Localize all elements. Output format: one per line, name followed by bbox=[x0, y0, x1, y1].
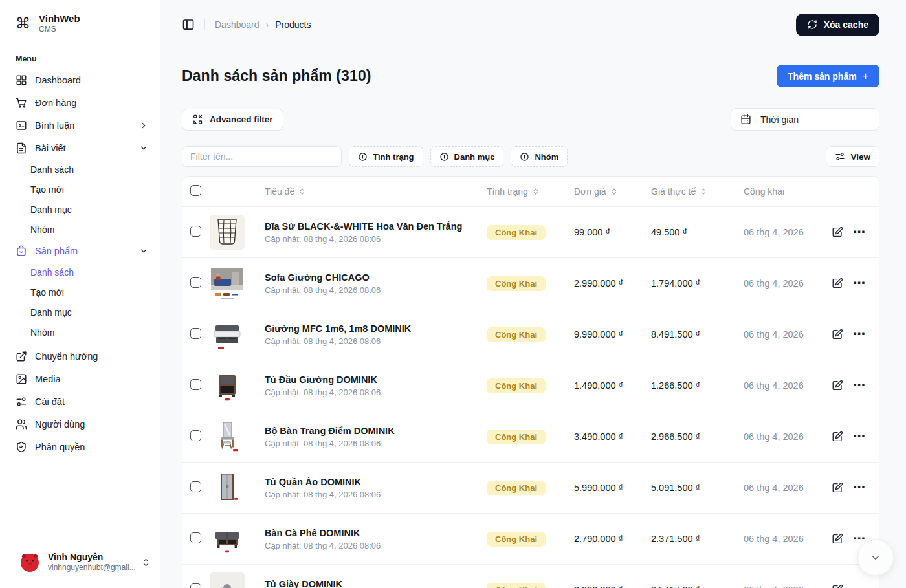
status-badge: Công Khai bbox=[487, 430, 546, 444]
group-filter-button[interactable]: Nhóm bbox=[511, 146, 568, 167]
product-title[interactable]: Tủ Quần Áo DOMINIK bbox=[265, 477, 487, 487]
edit-icon[interactable] bbox=[832, 431, 843, 442]
row-menu-icon[interactable]: ⋯ bbox=[853, 228, 866, 235]
user-menu[interactable]: Vinh Nguyễn vinhnguyenhubt@gmail... bbox=[0, 545, 160, 579]
header-unit-price[interactable]: Đơn giá bbox=[574, 186, 651, 197]
product-thumbnail-sofa bbox=[210, 266, 245, 301]
row-checkbox[interactable] bbox=[190, 277, 201, 288]
table-header-row: Tiêu đề Tình trạng Đơn giá Giá thực tế C… bbox=[182, 177, 879, 207]
advanced-filter-button[interactable]: Advanced filter bbox=[182, 109, 283, 131]
sidebar-item-comments[interactable]: Bình luận bbox=[0, 114, 160, 136]
divider bbox=[204, 19, 205, 30]
refresh-icon bbox=[807, 19, 817, 30]
avatar bbox=[18, 550, 41, 574]
product-title[interactable]: Giường MFC 1m6, 1m8 DOMINIK bbox=[265, 323, 487, 334]
public-date: 06 thg 4, 2026 bbox=[744, 431, 832, 442]
row-checkbox[interactable] bbox=[190, 379, 201, 390]
clear-cache-button[interactable]: Xóa cache bbox=[796, 14, 879, 36]
status-badge: Công Khai bbox=[487, 327, 546, 342]
actual-price: 1.794.000 ₫ bbox=[651, 278, 744, 289]
view-button[interactable]: View bbox=[826, 146, 879, 167]
status-badge: Công Khai bbox=[487, 276, 546, 291]
sidebar-item-media[interactable]: Media bbox=[0, 367, 160, 390]
chevron-down-icon bbox=[870, 552, 881, 563]
add-product-button[interactable]: Thêm sản phẩm + bbox=[777, 65, 879, 87]
sidebar-item-permissions[interactable]: Phân quyền bbox=[0, 435, 160, 458]
header-title[interactable]: Tiêu đề bbox=[265, 186, 487, 197]
row-checkbox[interactable] bbox=[190, 532, 201, 543]
sidebar-item-products[interactable]: Sản phẩm bbox=[0, 239, 160, 262]
main-content: Dashboard › Products Xóa cache Danh sách… bbox=[160, 0, 906, 588]
product-title[interactable]: Đĩa Sứ BLACK-&-WHITE Hoa Văn Đen Trắng bbox=[265, 221, 487, 232]
sidebar-subitem-products-list[interactable]: Danh sách bbox=[27, 262, 160, 282]
sidebar-subitem-products-categories[interactable]: Danh mục bbox=[27, 302, 160, 322]
public-date: 06 thg 4, 2026 bbox=[744, 278, 832, 289]
sidebar-item-dashboard[interactable]: Dashboard bbox=[0, 69, 160, 91]
edit-icon[interactable] bbox=[832, 533, 843, 545]
breadcrumb-dashboard[interactable]: Dashboard bbox=[215, 19, 260, 30]
row-menu-icon[interactable]: ⋯ bbox=[853, 535, 866, 542]
sidebar-subitem-posts-create[interactable]: Tạo mới bbox=[27, 179, 160, 199]
subitem-label: Tạo mới bbox=[30, 184, 64, 195]
edit-icon[interactable] bbox=[832, 482, 843, 494]
row-menu-icon[interactable]: ⋯ bbox=[853, 484, 866, 491]
sidebar-item-label: Bài viết bbox=[35, 143, 131, 153]
sidebar-subitem-products-groups[interactable]: Nhóm bbox=[27, 322, 160, 342]
sidebar-subitem-products-create[interactable]: Tạo mới bbox=[27, 282, 160, 302]
row-checkbox[interactable] bbox=[190, 328, 201, 339]
sidebar-item-label: Cài đặt bbox=[35, 397, 148, 407]
row-checkbox[interactable] bbox=[190, 430, 201, 441]
category-filter-button[interactable]: Danh mục bbox=[430, 146, 504, 167]
sidebar-item-redirects[interactable]: Chuyển hướng bbox=[0, 345, 160, 367]
advanced-filter-label: Advanced filter bbox=[210, 114, 273, 124]
product-title[interactable]: Tủ Giày DOMINIK bbox=[265, 579, 487, 588]
time-filter-button[interactable]: Thời gian bbox=[731, 108, 879, 131]
actual-price: 2.371.500 ₫ bbox=[651, 534, 744, 544]
sidebar-item-label: Người dùng bbox=[35, 419, 148, 430]
row-checkbox[interactable] bbox=[190, 583, 201, 588]
unit-price: 9.990.000 ₫ bbox=[574, 329, 651, 340]
row-checkbox[interactable] bbox=[190, 481, 201, 492]
status-filter-button[interactable]: Tình trạng bbox=[349, 146, 423, 167]
row-checkbox[interactable] bbox=[190, 226, 201, 237]
filter-name-input[interactable] bbox=[182, 146, 342, 167]
sidebar-item-posts[interactable]: Bài viết bbox=[0, 136, 160, 159]
brand[interactable]: ⌘ VinhWeb CMS bbox=[0, 12, 160, 39]
product-thumbnail-nightstand bbox=[210, 368, 245, 403]
header-actual-price[interactable]: Giá thực tế bbox=[651, 186, 744, 197]
edit-icon[interactable] bbox=[832, 226, 843, 238]
select-all-checkbox[interactable] bbox=[190, 185, 201, 196]
row-menu-icon[interactable]: ⋯ bbox=[853, 331, 866, 338]
sort-icon bbox=[532, 188, 540, 195]
status-badge: Công Khai bbox=[487, 378, 546, 393]
plus-circle-icon bbox=[520, 152, 529, 162]
edit-icon[interactable] bbox=[832, 329, 843, 340]
sidebar-item-settings[interactable]: Cài đặt bbox=[0, 390, 160, 413]
file-text-icon bbox=[16, 142, 27, 154]
sidebar-toggle-icon[interactable] bbox=[182, 18, 195, 31]
product-title[interactable]: Bộ Bàn Trang Điểm DOMINIK bbox=[265, 426, 487, 436]
table-row: Tủ Đầu Giường DOMINIK Cập nhật: 08 thg 4… bbox=[182, 360, 879, 411]
subitem-label: Danh sách bbox=[30, 267, 74, 278]
table-row: Tủ Quần Áo DOMINIK Cập nhật: 08 thg 4, 2… bbox=[182, 463, 879, 514]
scroll-down-button[interactable] bbox=[857, 539, 894, 576]
actual-price: 2.966.500 ₫ bbox=[651, 431, 744, 442]
row-menu-icon[interactable]: ⋯ bbox=[853, 433, 866, 440]
filter-row-bottom: Tình trạng Danh mục Nhóm View bbox=[182, 146, 879, 167]
sidebar-subitem-posts-list[interactable]: Danh sách bbox=[27, 159, 160, 179]
product-title[interactable]: Tủ Đầu Giường DOMINIK bbox=[265, 375, 487, 385]
row-menu-icon[interactable]: ⋯ bbox=[853, 382, 866, 389]
public-date: 06 thg 4, 2026 bbox=[744, 329, 832, 340]
edit-icon[interactable] bbox=[832, 380, 843, 391]
edit-icon[interactable] bbox=[832, 278, 843, 289]
row-menu-icon[interactable]: ⋯ bbox=[853, 279, 866, 287]
header-status[interactable]: Tình trạng bbox=[487, 186, 574, 197]
sidebar-subitem-posts-categories[interactable]: Danh mục bbox=[27, 199, 160, 219]
unit-price: 1.490.000 ₫ bbox=[574, 380, 651, 391]
sidebar-subitem-posts-groups[interactable]: Nhóm bbox=[27, 219, 160, 239]
sidebar-item-users[interactable]: Người dùng bbox=[0, 413, 160, 435]
edit-icon[interactable] bbox=[832, 584, 843, 588]
product-title[interactable]: Sofa Giường CHICAGO bbox=[265, 272, 487, 283]
product-title[interactable]: Bàn Cà Phê DOMINIK bbox=[265, 528, 487, 538]
sidebar-item-orders[interactable]: Đơn hàng bbox=[0, 91, 160, 114]
